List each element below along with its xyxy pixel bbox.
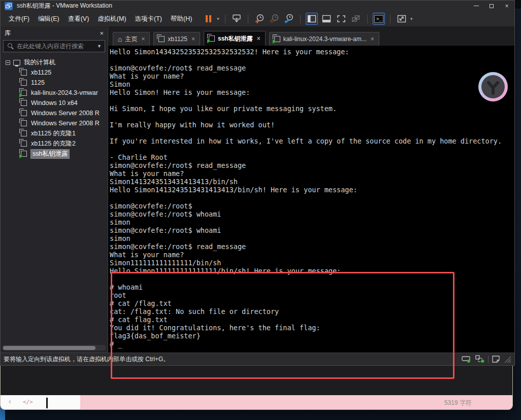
sidebar-item[interactable]: kali-linux-2024.3-vmwar <box>1 88 108 98</box>
running-play-icon <box>207 39 211 43</box>
terminal-line <box>110 96 514 104</box>
network-adapter-icon[interactable] <box>475 355 485 363</box>
take-snapshot-button[interactable] <box>253 13 266 25</box>
terminal-line: simon@covfefe:/root$ whoami <box>110 210 514 218</box>
vmware-logo-icon <box>5 2 13 10</box>
vmware-titlebar[interactable]: ssh私钥泄露 - VMware Workstation × <box>1 1 514 11</box>
sidebar-item[interactable]: ssh私钥泄露 <box>1 149 108 159</box>
search-placeholder: 在此处键入内容进行搜索 <box>17 42 97 51</box>
terminal-line: Simon1413243513431413413/bin/sh <box>110 178 514 186</box>
library-hscrollbar-thumb[interactable] <box>3 346 95 350</box>
tab-label: ssh私钥泄露 <box>218 34 253 43</box>
send-ctrl-alt-del-button[interactable] <box>231 13 243 25</box>
tree-root-label: 我的计算机 <box>24 58 56 67</box>
vm-icon <box>21 69 27 76</box>
terminal-line <box>110 129 514 137</box>
vm-icon <box>21 90 27 96</box>
character-count: 5319 字符 <box>444 399 472 407</box>
collapse-icon[interactable] <box>6 60 10 65</box>
vmware-menu-item[interactable]: 查看(V) <box>68 15 89 23</box>
vm-icon <box>21 151 27 157</box>
hard-disk-icon[interactable] <box>462 355 472 363</box>
tab-label: xb1125 <box>168 36 187 43</box>
running-play-icon <box>273 40 276 44</box>
vmware-menu-item[interactable]: 文件(F) <box>9 15 29 23</box>
sidebar-item[interactable]: Windows Server 2008 R <box>1 108 108 118</box>
tab-close-icon[interactable]: × <box>141 36 145 43</box>
vm-tab[interactable]: kali-linux-2024.3-vmware-am...× <box>269 32 379 46</box>
terminal-line: Simon111111111111111/bin/sh <box>110 259 514 267</box>
show-library-button[interactable] <box>306 13 318 25</box>
sidebar-item-label: ssh私钥泄露 <box>31 150 69 158</box>
home-icon: ⌂ <box>118 36 122 43</box>
tab-close-icon[interactable]: × <box>257 35 260 42</box>
vm-tab[interactable]: xb1125× <box>153 32 200 46</box>
vmware-close-button[interactable]: × <box>499 1 514 11</box>
sidebar-item-label: xb1125 <box>31 69 51 76</box>
full-screen-button[interactable] <box>335 13 347 25</box>
terminal-line: simon@covfefe:/root$ whoami <box>110 226 514 234</box>
pause-vm-button[interactable] <box>202 13 214 25</box>
sidebar-item[interactable]: 1125 <box>1 78 108 88</box>
unity-mode-button[interactable] <box>350 13 362 25</box>
terminal-line: Hello Simon143432523532532532532532! Her… <box>110 48 514 56</box>
tab-label: kali-linux-2024.3-vmware-am... <box>283 36 367 43</box>
sidebar-item[interactable]: Windows 10 x64 <box>1 98 108 108</box>
library-search-input[interactable]: 在此处键入内容进行搜索 ▼ <box>3 40 105 52</box>
terminal-line: Hello Simon1413243513431413413/bin/sh! H… <box>110 186 514 194</box>
open-terminal-button[interactable]: >_ <box>373 13 385 25</box>
terminal-line: simon@covfefe:/root$ read_message <box>110 161 514 169</box>
typora-footer: ‹ </> 5319 字符 <box>1 395 512 410</box>
vm-icon <box>21 130 27 136</box>
snapshot-manager-button[interactable] <box>283 13 295 25</box>
terminal-line <box>110 113 514 121</box>
tab-close-icon[interactable]: × <box>371 36 374 43</box>
vmware-menu-item[interactable]: 帮助(H) <box>171 15 192 23</box>
power-options-caret-icon[interactable]: ▼ <box>216 17 220 21</box>
sidebar-item[interactable]: Windows Server 2008 R <box>1 118 108 128</box>
sidebar-item-label: xb1125 的克隆2 <box>31 139 76 148</box>
overlay-app-logo[interactable] <box>478 72 508 101</box>
sidebar-item-label: xb1125 的克隆1 <box>31 129 76 138</box>
vmware-menu-item[interactable]: 虚拟机(M) <box>97 15 126 23</box>
vmware-menu-item[interactable]: 选项卡(T) <box>135 15 162 23</box>
vm-icon <box>209 36 215 42</box>
vmware-menu-item[interactable]: 编辑(E) <box>38 15 59 23</box>
source-code-mode-icon[interactable]: </> <box>23 399 33 405</box>
desktop: T 攻防练习之ssh私钥泄露.md - Typora × 文件(F)编辑(E)段… <box>0 0 521 420</box>
minimize-icon <box>474 6 479 7</box>
running-play-icon <box>19 93 23 97</box>
tab-close-icon[interactable]: × <box>191 36 195 43</box>
vm-message-icon[interactable] <box>492 355 501 363</box>
sidebar-item[interactable]: xb1125 <box>1 67 108 78</box>
sidebar-item[interactable]: xb1125 的克隆2 <box>1 138 108 149</box>
vmware-minimize-button[interactable] <box>469 1 484 11</box>
terminal-line: simon@covfefe:/root$ <box>110 202 514 210</box>
show-console-view-button[interactable] <box>320 13 333 25</box>
sidebar-item[interactable]: xb1125 的克隆1 <box>1 128 108 138</box>
sidebar-item-my-computer[interactable]: 我的计算机 <box>1 57 108 67</box>
tab-label: 主页 <box>125 35 137 44</box>
vm-icon <box>21 80 27 86</box>
terminal-line: simon@covfefe:/root$ read_message <box>110 242 514 251</box>
fit-guest-button[interactable] <box>396 13 408 25</box>
vmware-menu: 文件(F)编辑(E)查看(V)虚拟机(M)选项卡(T)帮助(H) <box>9 15 192 23</box>
vmware-maximize-button[interactable] <box>484 1 499 11</box>
vm-tab[interactable]: ssh私钥泄露× <box>204 31 266 46</box>
terminal-line: Hello Simon! Here is your message: <box>110 88 514 96</box>
library-close-icon[interactable]: × <box>100 29 104 37</box>
library-hscrollbar[interactable] <box>2 345 106 351</box>
vmware-menubar: 文件(F)编辑(E)查看(V)虚拟机(M)选项卡(T)帮助(H) ▼ <box>1 11 514 26</box>
outline-back-icon[interactable]: ‹ <box>9 397 11 405</box>
terminal-line: What is your name? <box>110 169 514 178</box>
vm-tab[interactable]: ⌂主页× <box>113 32 150 46</box>
terminal-line: simon <box>110 234 514 242</box>
search-icon <box>8 43 14 49</box>
resize-grip[interactable] <box>504 356 511 363</box>
search-caret-icon[interactable]: ▼ <box>97 44 102 49</box>
terminal-line: Simon <box>110 80 514 88</box>
revert-snapshot-button[interactable] <box>268 13 280 25</box>
fit-options-caret-icon[interactable]: ▼ <box>409 17 413 21</box>
sidebar-item-label: Windows 10 x64 <box>31 99 78 107</box>
terminal-line: simon@covfefe:/root$ read_message <box>110 64 514 72</box>
